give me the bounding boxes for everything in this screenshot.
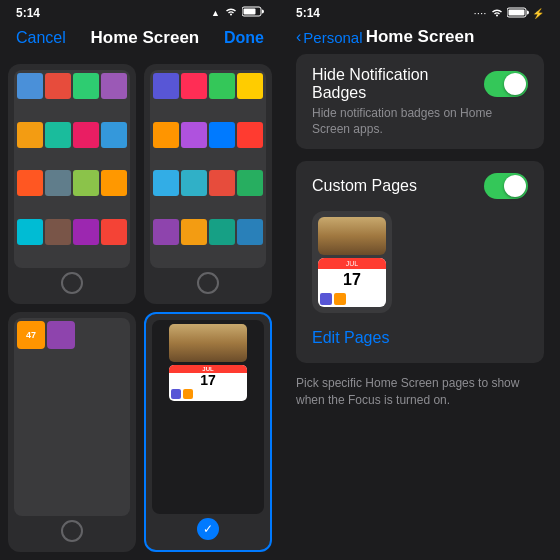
- widget-purple: [47, 321, 75, 349]
- cal-date: 17: [169, 373, 247, 387]
- screen-thumb-1[interactable]: [8, 64, 136, 304]
- page-cal-icon2: [334, 293, 346, 305]
- screen4-selector[interactable]: [197, 518, 219, 540]
- app-icon: [181, 73, 207, 99]
- right-status-bar: 5:14 ···· ⚡: [280, 0, 560, 24]
- screen2-content: [150, 70, 266, 268]
- custom-pages-row: Custom Pages JUL 17: [296, 161, 544, 363]
- svg-rect-3: [509, 9, 525, 15]
- hide-notification-sublabel: Hide notification badges on Home Screen …: [312, 106, 528, 137]
- app-icon: [101, 170, 127, 196]
- app-icon: [45, 170, 71, 196]
- screen1-selector[interactable]: [61, 272, 83, 294]
- back-label[interactable]: Personal: [303, 29, 362, 46]
- hide-notification-inner: Hide Notification Badges: [312, 66, 528, 102]
- custom-pages-label: Custom Pages: [312, 177, 417, 195]
- page-thumbnail[interactable]: JUL 17: [312, 211, 392, 313]
- page-cal-date: 17: [318, 269, 386, 291]
- app-icon: [237, 122, 263, 148]
- app-icon: [209, 219, 235, 245]
- right-battery-icon: [507, 7, 529, 20]
- back-chevron-icon: ‹: [296, 28, 301, 46]
- app-icon: [45, 122, 71, 148]
- pages-description: Pick specific Home Screen pages to show …: [280, 367, 560, 425]
- right-wifi-icon: [490, 8, 504, 18]
- app-icon: [153, 219, 179, 245]
- done-button[interactable]: Done: [224, 29, 264, 47]
- right-nav-bar: ‹ Personal Home Screen: [280, 24, 560, 54]
- app-icon: [17, 122, 43, 148]
- left-battery-icon: [242, 6, 264, 20]
- app-icon: [181, 219, 207, 245]
- app-icon: [101, 219, 127, 245]
- left-nav-bar: Cancel Home Screen Done: [0, 24, 280, 56]
- screen3-selector[interactable]: [61, 520, 83, 542]
- left-status-icons: ▲: [211, 6, 264, 20]
- app-icon: [181, 170, 207, 196]
- app-icon: [45, 73, 71, 99]
- hide-notification-label: Hide Notification Badges: [312, 66, 484, 102]
- home-screens-grid: 47 JUL 17: [0, 56, 280, 560]
- charging-icon: ⚡: [532, 8, 544, 19]
- right-time: 5:14: [296, 6, 320, 20]
- app-icon: [237, 170, 263, 196]
- left-panel: 5:14 ▲ Cancel Home Screen Done: [0, 0, 280, 560]
- pages-preview: JUL 17: [312, 211, 392, 313]
- page-calendar-widget: JUL 17: [318, 258, 386, 307]
- settings-content: Hide Notification Badges Hide notificati…: [280, 54, 560, 560]
- page-cal-month: JUL: [318, 258, 386, 269]
- svg-rect-1: [244, 9, 256, 15]
- app-icon: [101, 73, 127, 99]
- page-cal-icons: [318, 291, 386, 307]
- app-icon: [73, 73, 99, 99]
- screen1-content: [14, 70, 130, 268]
- app-icon: [17, 219, 43, 245]
- left-status-bar: 5:14 ▲: [0, 0, 280, 24]
- edit-pages-button[interactable]: Edit Pages: [312, 321, 389, 351]
- app-icon: [209, 122, 235, 148]
- back-button[interactable]: ‹ Personal: [296, 28, 363, 46]
- app-icon: [209, 170, 235, 196]
- hide-notification-row: Hide Notification Badges Hide notificati…: [296, 54, 544, 149]
- screen4-content: JUL 17: [152, 320, 264, 514]
- left-signal-icon: ▲: [211, 8, 220, 18]
- app-icon: [237, 219, 263, 245]
- app-icon: [73, 170, 99, 196]
- app-icon: [45, 219, 71, 245]
- right-status-icons: ···· ⚡: [474, 7, 544, 20]
- app-icon: [209, 73, 235, 99]
- cal-icons: [169, 387, 247, 401]
- screen-thumb-2[interactable]: [144, 64, 272, 304]
- calendar-widget: JUL 17: [169, 365, 247, 401]
- left-wifi-icon: [224, 6, 238, 20]
- app-icon: [153, 170, 179, 196]
- toggle-knob: [504, 73, 526, 95]
- widget-47: 47: [17, 321, 45, 349]
- app-icon: [237, 73, 263, 99]
- cal-icon1: [171, 389, 181, 399]
- left-time: 5:14: [16, 6, 40, 20]
- page-photo-widget: [318, 217, 386, 255]
- custom-pages-inner: Custom Pages: [312, 173, 528, 199]
- page-cal-icon1: [320, 293, 332, 305]
- left-page-title: Home Screen: [91, 28, 200, 48]
- app-icon: [153, 122, 179, 148]
- custom-pages-toggle[interactable]: [484, 173, 528, 199]
- right-panel: 5:14 ···· ⚡ ‹ Personal Home Screen: [280, 0, 560, 560]
- cancel-button[interactable]: Cancel: [16, 29, 66, 47]
- right-page-title: Home Screen: [366, 27, 475, 47]
- app-icon: [101, 122, 127, 148]
- hide-notification-toggle[interactable]: [484, 71, 528, 97]
- screen2-selector[interactable]: [197, 272, 219, 294]
- right-dots: ····: [474, 9, 487, 18]
- photo-widget: [169, 324, 247, 362]
- cal-icon2: [183, 389, 193, 399]
- screen-thumb-4[interactable]: JUL 17: [144, 312, 272, 552]
- app-icon: [153, 73, 179, 99]
- app-icon: [73, 122, 99, 148]
- screen-thumb-3[interactable]: 47: [8, 312, 136, 552]
- screen3-content: 47: [14, 318, 130, 516]
- app-icon: [181, 122, 207, 148]
- app-icon: [73, 219, 99, 245]
- toggle-knob2: [504, 175, 526, 197]
